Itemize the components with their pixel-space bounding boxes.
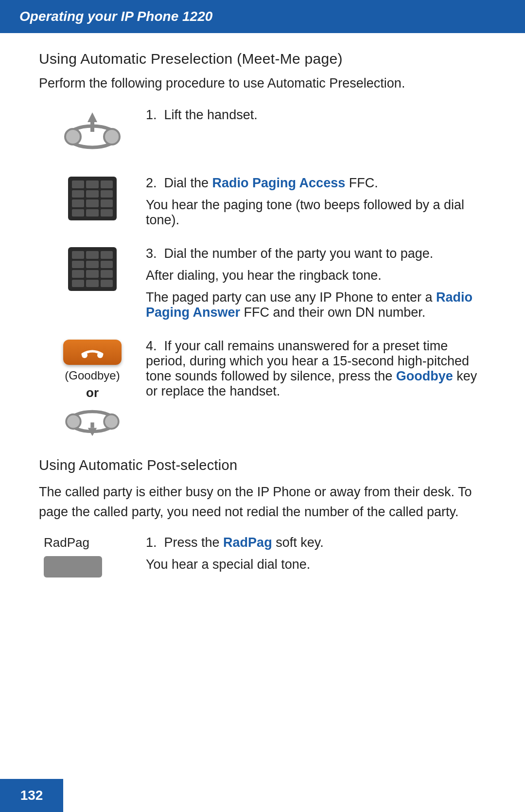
step-4-num: 4. (146, 339, 164, 353)
step-3-sub1: After dialing, you hear the ringback ton… (146, 268, 486, 283)
key (86, 251, 98, 259)
radio-paging-access-link: Radio Paging Access (212, 176, 346, 190)
section2-step1-row: RadPag 1. Press the RadPag soft key. You… (39, 535, 486, 577)
header-bar: Operating your IP Phone 1220 (0, 0, 525, 33)
step-3-icon (39, 245, 146, 291)
section2-step1-before: Press the (164, 535, 224, 550)
page-number: 132 (20, 788, 43, 803)
key (101, 180, 113, 188)
step-1-text: 1. Lift the handset. (146, 107, 486, 123)
handset-down-icon (61, 403, 124, 440)
section2-step1-after: soft key. (272, 535, 324, 550)
svg-rect-11 (90, 422, 94, 428)
section2-body: The called party is either busy on the I… (39, 482, 486, 522)
key (72, 199, 84, 207)
key (101, 199, 113, 207)
key (72, 251, 84, 259)
key (72, 209, 84, 217)
phone-icon (78, 343, 107, 361)
header-title: Operating your IP Phone 1220 (19, 9, 212, 24)
step-3-row: 3. Dial the number of the party you want… (39, 245, 486, 320)
key (86, 280, 98, 288)
keypad-icon-1 (68, 177, 117, 220)
section2-title: Using Automatic Post-selection (39, 457, 486, 473)
key (101, 270, 113, 278)
step-1-num: 1. (146, 108, 164, 122)
key (101, 251, 113, 259)
step-4-icon: (Goodbye) or (39, 338, 146, 440)
keypad-icon-2 (68, 247, 117, 291)
radpag-label: RadPag (44, 535, 89, 550)
svg-marker-3 (88, 112, 97, 122)
step-2-icon (39, 175, 146, 220)
step-2-num: 2. (146, 176, 164, 190)
step-4-row: (Goodbye) or 4. If your call remains una… (39, 338, 486, 440)
step-3-text: 3. Dial the number of the party you want… (146, 245, 486, 320)
steps-area: 1. Lift the handset. (39, 107, 486, 440)
section2-step1-text: 1. Press the RadPag soft key. You hear a… (146, 535, 486, 572)
step-3-sub2-after: FFC and their own DN number. (240, 305, 425, 320)
step-2-text: 2. Dial the Radio Paging Access FFC. You… (146, 175, 486, 228)
key (101, 280, 113, 288)
step-1-row: 1. Lift the handset. (39, 107, 486, 157)
step-3-num: 3. (146, 246, 164, 261)
section1-title: Using Automatic Preselection (Meet-Me pa… (39, 51, 486, 67)
section2-step1-num: 1. (146, 535, 164, 550)
key (101, 261, 113, 269)
key (72, 261, 84, 269)
key (86, 180, 98, 188)
key (86, 261, 98, 269)
svg-point-8 (66, 415, 81, 429)
goodbye-link: Goodbye (396, 369, 453, 383)
svg-point-1 (65, 129, 81, 144)
key (101, 209, 113, 217)
key (72, 280, 84, 288)
radpag-link: RadPag (223, 535, 272, 550)
svg-point-2 (104, 129, 120, 144)
svg-rect-4 (90, 122, 94, 132)
step-2-row: 2. Dial the Radio Paging Access FFC. You… (39, 175, 486, 228)
key (72, 180, 84, 188)
key (86, 199, 98, 207)
key (86, 270, 98, 278)
key (72, 270, 84, 278)
page-footer: 132 (0, 779, 63, 812)
or-text: or (86, 385, 99, 400)
step-3-sub2-before: The paged party can use any IP Phone to … (146, 290, 436, 305)
step-4-text: 4. If your call remains unanswered for a… (146, 338, 486, 399)
step-2-before: Dial the (164, 176, 212, 190)
step-3-sub2: The paged party can use any IP Phone to … (146, 290, 486, 320)
section2-step1-icon: RadPag (39, 535, 146, 577)
page-content: Using Automatic Preselection (Meet-Me pa… (0, 33, 525, 631)
key (86, 209, 98, 217)
section1-intro: Perform the following procedure to use A… (39, 76, 486, 91)
key (72, 190, 84, 198)
radpag-softkey-button (44, 556, 102, 577)
goodbye-label: (Goodbye) (65, 369, 120, 382)
key (86, 190, 98, 198)
step-2-after: FFC. (345, 176, 378, 190)
svg-point-6 (97, 352, 103, 358)
handset-lift-icon (58, 108, 126, 157)
svg-point-9 (104, 415, 119, 429)
key (101, 190, 113, 198)
section2-step1-sub: You hear a special dial tone. (146, 557, 486, 572)
step-2-sub: You hear the paging tone (two beeps foll… (146, 198, 486, 228)
svg-point-5 (82, 352, 88, 358)
step-3-main: Dial the number of the party you want to… (164, 246, 434, 261)
goodbye-button-icon (63, 340, 122, 365)
step-1-icon (39, 107, 146, 157)
